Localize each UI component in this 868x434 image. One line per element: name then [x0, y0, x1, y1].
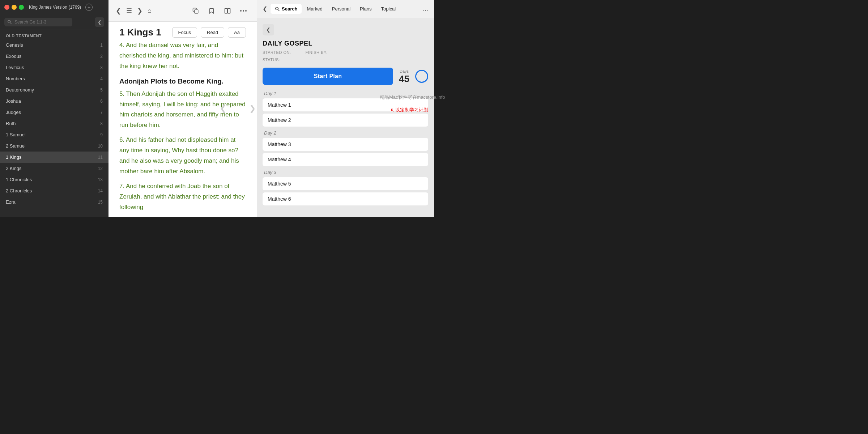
book-number: 4	[100, 76, 103, 81]
verse-3: 6. And his father had not displeased him…	[119, 135, 246, 177]
sidebar-item-deuteronomy[interactable]: Deuteronomy 5	[0, 84, 109, 95]
section-header: Old Testament	[0, 30, 109, 39]
svg-rect-2	[195, 10, 198, 13]
prev-chapter-button[interactable]: ❮	[220, 104, 226, 113]
forward-icon[interactable]: ❯	[137, 7, 142, 15]
chapter-header: 1 Kings 1 Focus Read Aa	[109, 22, 257, 40]
tab-topical[interactable]: Topical	[377, 4, 400, 14]
plan-meta: STARTED ON: FINISH BY:	[263, 50, 428, 55]
book-number: 2	[100, 54, 103, 59]
minimize-button[interactable]	[12, 5, 17, 10]
book-number: 11	[98, 155, 103, 160]
plan-reading-item[interactable]: Matthew 3	[263, 138, 428, 151]
font-button[interactable]: Aa	[228, 27, 246, 38]
book-name: Deuteronomy	[6, 87, 34, 93]
sidebar-item-judges[interactable]: Judges 7	[0, 107, 109, 118]
plan-reading-item[interactable]: Matthew 2	[263, 114, 428, 127]
close-button[interactable]	[4, 5, 9, 10]
more-tabs-button[interactable]: ...	[420, 5, 431, 13]
add-version-button[interactable]: +	[85, 4, 93, 11]
sidebar-item-exodus[interactable]: Exodus 2	[0, 51, 109, 62]
sidebar-item-numbers[interactable]: Numbers 4	[0, 73, 109, 84]
right-tabs: ❮ Search Marked Personal Plans Topical .…	[257, 0, 434, 18]
tab-marked[interactable]: Marked	[302, 4, 327, 14]
plan-reading-item[interactable]: Matthew 5	[263, 177, 428, 190]
book-number: 6	[100, 99, 103, 104]
svg-point-5	[240, 10, 242, 12]
plan-reading-item[interactable]: Matthew 4	[263, 153, 428, 166]
book-number: 10	[98, 144, 103, 149]
sidebar-item-leviticus[interactable]: Leviticus 3	[0, 62, 109, 73]
book-number: 12	[98, 166, 103, 171]
tab-plans-label: Plans	[360, 6, 372, 12]
book-number: 1	[100, 43, 103, 48]
verse-1: 4. And the damsel was very fair, and che…	[119, 40, 246, 72]
sidebar-item-ezra[interactable]: Ezra 15	[0, 196, 109, 208]
read-button[interactable]: Read	[201, 27, 224, 38]
right-panel-content: ❮ DAILY GOSPEL STARTED ON: FINISH BY: ST…	[257, 18, 434, 217]
sidebar-item-genesis[interactable]: Genesis 1	[0, 39, 109, 51]
plan-reading-item[interactable]: Matthew 1	[263, 98, 428, 111]
fullscreen-button[interactable]	[19, 5, 24, 10]
svg-rect-4	[228, 8, 230, 13]
sidebar-item-1-kings[interactable]: 1 Kings 11	[0, 152, 109, 163]
plan-days-list: Day 1Matthew 1Matthew 2Day 2Matthew 3Mat…	[263, 91, 428, 205]
sidebar-item-ruth[interactable]: Ruth 8	[0, 118, 109, 129]
search-tab-icon	[275, 7, 280, 12]
sidebar-item-joshua[interactable]: Joshua 6	[0, 95, 109, 107]
search-input[interactable]	[4, 18, 72, 26]
more-options-icon[interactable]	[237, 5, 250, 17]
plan-start-row: Start Plan Days 45	[263, 68, 428, 85]
toolbar-left: ❮ ☰ ❯ ⌂	[116, 7, 152, 15]
plan-day-section: Day 2Matthew 3Matthew 4	[263, 130, 428, 166]
contents-icon[interactable]: ☰	[126, 7, 132, 15]
plan-reading-item[interactable]: Matthew 6	[263, 192, 428, 205]
bookmark-icon[interactable]	[205, 5, 218, 17]
sidebar-item-2-kings[interactable]: 2 Kings 12	[0, 163, 109, 174]
status-row: STATUS:	[263, 56, 428, 63]
sidebar-item-2-chronicles[interactable]: 2 Chronicles 14	[0, 185, 109, 196]
toolbar-right	[190, 5, 250, 17]
collapse-sidebar-button[interactable]: ❮	[95, 17, 104, 27]
tab-personal[interactable]: Personal	[328, 4, 355, 14]
compare-icon[interactable]	[221, 5, 234, 17]
traffic-lights	[4, 5, 24, 10]
sidebar-search-bar: ❮	[0, 14, 109, 30]
svg-point-7	[245, 10, 247, 12]
sidebar-item-2-samuel[interactable]: 2 Samuel 10	[0, 140, 109, 152]
section-heading: Adonijah Plots to Become King.	[119, 77, 246, 85]
days-circle: Days 45	[399, 69, 409, 84]
svg-point-8	[276, 7, 278, 10]
svg-point-6	[243, 10, 244, 12]
plan-day-label: Day 3	[263, 170, 428, 175]
tab-search[interactable]: Search	[271, 4, 302, 14]
tab-plans[interactable]: Plans	[356, 4, 376, 14]
book-number: 3	[100, 65, 103, 70]
home-icon[interactable]: ⌂	[148, 7, 152, 14]
book-number: 9	[100, 132, 103, 137]
focus-button[interactable]: Focus	[172, 27, 197, 38]
next-chapter-button[interactable]: ❯	[249, 104, 256, 113]
right-panel-back-button[interactable]: ❮	[260, 4, 270, 14]
started-on-label: STARTED ON:	[263, 50, 291, 55]
search-input-wrap	[4, 18, 92, 26]
book-name: 1 Chronicles	[6, 177, 32, 182]
sidebar-item-1-chronicles[interactable]: 1 Chronicles 13	[0, 174, 109, 185]
book-name: 1 Samuel	[6, 132, 26, 137]
plan-day-section: Day 1Matthew 1Matthew 2	[263, 91, 428, 127]
book-number: 15	[98, 200, 103, 205]
plan-back-button[interactable]: ❮	[263, 24, 274, 35]
main-content: ❮ ☰ ❯ ⌂ 1 Kings 1	[109, 0, 257, 217]
svg-line-9	[278, 9, 280, 11]
book-number: 14	[98, 188, 103, 193]
days-ring-icon	[415, 70, 428, 83]
tab-topical-label: Topical	[381, 6, 396, 12]
book-name: Numbers	[6, 76, 25, 81]
copy-icon[interactable]	[190, 5, 202, 17]
sidebar-item-1-samuel[interactable]: 1 Samuel 9	[0, 129, 109, 140]
book-name: 2 Chronicles	[6, 188, 32, 193]
start-plan-button[interactable]: Start Plan	[263, 68, 393, 85]
back-icon[interactable]: ❮	[116, 7, 121, 15]
book-number: 7	[100, 110, 103, 115]
chapter-body: 4. And the damsel was very fair, and che…	[109, 40, 257, 217]
